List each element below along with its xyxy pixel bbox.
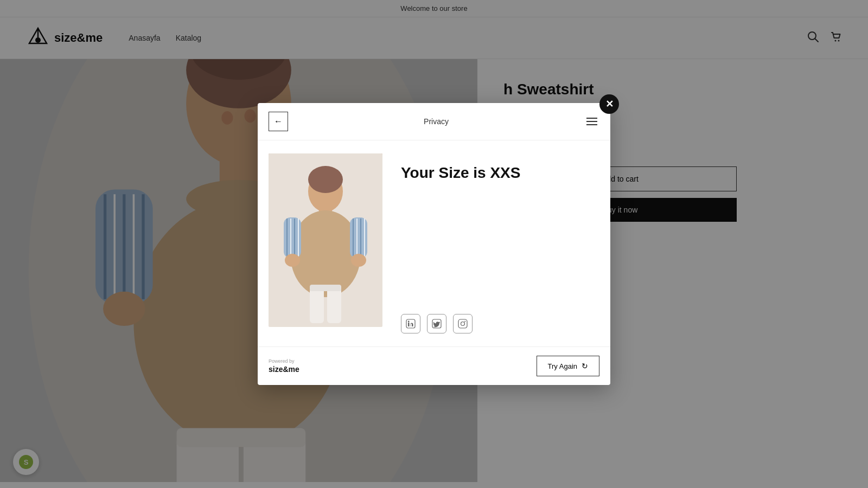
menu-line-3 — [586, 124, 597, 125]
svg-rect-60 — [310, 285, 341, 291]
svg-point-67 — [464, 321, 465, 322]
try-again-label: Try Again — [548, 362, 577, 370]
modal-menu-button[interactable] — [584, 115, 599, 127]
modal-header: ← Privacy — [258, 103, 610, 140]
modal-privacy-label: Privacy — [424, 117, 449, 126]
modal-image-area — [269, 153, 388, 333]
instagram-icon[interactable] — [453, 314, 473, 333]
svg-point-56 — [285, 254, 300, 267]
menu-line-2 — [586, 121, 597, 122]
svg-rect-58 — [310, 288, 324, 323]
size-result-modal: ✕ ← Privacy — [258, 103, 610, 385]
modal-close-button[interactable]: ✕ — [599, 94, 619, 114]
twitter-icon[interactable] — [427, 314, 446, 333]
svg-point-63 — [408, 321, 410, 323]
linkedin-icon[interactable] — [401, 314, 420, 333]
refresh-icon: ↻ — [582, 362, 588, 370]
powered-by: Powered by size&me — [269, 358, 299, 374]
close-icon: ✕ — [605, 98, 614, 110]
size-result-heading: Your Size is XXS — [401, 164, 520, 182]
menu-line-1 — [586, 118, 597, 119]
modal-body: Your Size is XXS — [258, 140, 610, 346]
powered-by-text: Powered by — [269, 358, 295, 364]
page-background: Welcome to our store size&me Anasayfa Ka… — [0, 0, 868, 488]
svg-point-43 — [308, 166, 343, 193]
modal-product-svg — [269, 153, 382, 327]
modal-product-image — [269, 153, 382, 327]
svg-rect-62 — [408, 323, 410, 326]
powered-by-logo: size&me — [269, 365, 299, 374]
svg-rect-65 — [458, 319, 467, 328]
modal-footer: Powered by size&me Try Again ↻ — [258, 346, 610, 385]
try-again-button[interactable]: Try Again ↻ — [537, 356, 599, 376]
svg-point-57 — [351, 254, 366, 267]
modal-content-right: Your Size is XXS — [401, 153, 599, 333]
social-icons — [401, 292, 473, 333]
modal-back-button[interactable]: ← — [269, 112, 288, 131]
svg-point-66 — [461, 322, 465, 326]
back-arrow-icon: ← — [274, 117, 283, 126]
svg-rect-59 — [327, 288, 341, 323]
